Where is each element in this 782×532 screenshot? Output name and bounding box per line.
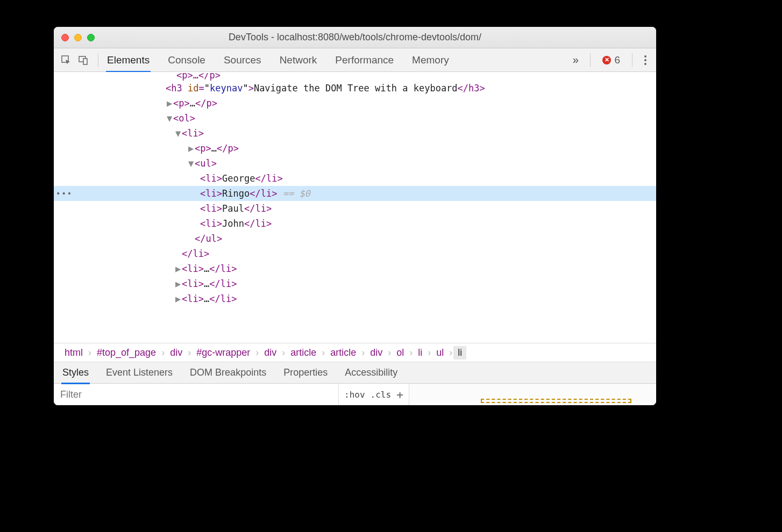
error-icon: ✕ [602,56,611,64]
devtools-window: DevTools - localhost:8080/web/tools/chro… [54,27,656,405]
dom-tree-panel[interactable]: <p>…</p> <h3 id="keynav">Navigate the DO… [54,72,656,343]
crumb-li[interactable]: li [414,346,426,360]
tree-row-li-paul[interactable]: <li>Paul</li> [54,201,656,216]
tree-row-ol[interactable]: ▼<ol> [54,111,656,126]
collapse-arrow-icon[interactable]: ▼ [166,111,173,126]
expand-arrow-icon[interactable]: ▶ [174,261,182,276]
tree-row-li-close[interactable]: </li> [54,246,656,261]
crumb-html[interactable]: html [60,346,87,360]
tab-dom-breakpoints[interactable]: DOM Breakpoints [189,363,267,383]
crumb-top-of-page[interactable]: #top_of_page [93,346,160,360]
traffic-lights [61,34,95,41]
main-tabs: Elements Console Sources Network Perform… [106,49,565,71]
tree-row-li-ringo-selected[interactable]: ••• <li>Ringo</li> == $0 [54,186,656,201]
tree-row-li-collapsed[interactable]: ▶<li>…</li> [54,291,656,306]
collapse-arrow-icon[interactable]: ▼ [187,156,195,171]
main-toolbar: Elements Console Sources Network Perform… [54,48,656,72]
tree-row-cutoff: <p>…</p> [54,73,656,81]
box-model-margin-icon [481,399,631,403]
toolbar-separator [632,53,632,67]
row-actions-icon[interactable]: ••• [56,186,73,201]
tab-event-listeners[interactable]: Event Listeners [105,363,174,383]
tab-styles[interactable]: Styles [61,363,90,383]
tree-row-li-collapsed[interactable]: ▶<li>…</li> [54,261,656,276]
inspect-element-icon[interactable] [59,53,73,67]
tab-elements[interactable]: Elements [106,49,151,71]
error-count: 6 [614,54,620,66]
toolbar-separator [98,53,98,67]
expand-arrow-icon[interactable]: ▶ [166,96,173,111]
styles-tabs: Styles Event Listeners DOM Breakpoints P… [54,362,656,384]
expand-arrow-icon[interactable]: ▶ [187,141,195,156]
crumb-li-selected[interactable]: li [453,346,466,360]
more-tabs-icon[interactable]: » [568,54,582,66]
close-icon[interactable] [61,34,69,41]
tree-row-ul-close[interactable]: </ul> [54,231,656,246]
minimize-icon[interactable] [74,34,82,41]
breadcrumb-bar: html› #top_of_page› div› #gc-wrapper› di… [54,343,656,362]
new-style-rule-icon[interactable]: + [396,388,403,401]
styles-filter-input[interactable] [54,384,339,405]
crumb-div[interactable]: div [166,346,187,360]
filter-buttons: :hov .cls + [339,384,409,405]
box-model-area [409,384,656,405]
expand-arrow-icon[interactable]: ▶ [174,276,182,291]
tree-row-li-george[interactable]: <li>George</li> [54,171,656,186]
collapse-arrow-icon[interactable]: ▼ [174,126,182,141]
titlebar: DevTools - localhost:8080/web/tools/chro… [54,27,656,48]
tab-sources[interactable]: Sources [223,49,262,71]
tree-row-h3[interactable]: <h3 id="keynav">Navigate the DOM Tree wi… [54,81,656,96]
crumb-ul[interactable]: ul [432,346,448,360]
tree-row-p-collapsed[interactable]: ▶<p>…</p> [54,141,656,156]
crumb-div[interactable]: div [366,346,387,360]
settings-menu-icon[interactable] [640,55,651,65]
window-title: DevTools - localhost:8080/web/tools/chro… [54,32,656,43]
crumb-article[interactable]: article [326,346,360,360]
maximize-icon[interactable] [87,34,95,41]
tree-row-li-collapsed[interactable]: ▶<li>…</li> [54,276,656,291]
cls-toggle[interactable]: .cls [371,390,392,400]
crumb-article[interactable]: article [286,346,321,360]
tree-row-p-collapsed[interactable]: ▶<p>…</p> [54,96,656,111]
toolbar-separator [590,53,591,67]
crumb-ol[interactable]: ol [392,346,408,360]
crumb-div[interactable]: div [260,346,281,360]
selection-hint: == $0 [283,188,310,199]
tab-console[interactable]: Console [167,49,207,71]
error-counter[interactable]: ✕ 6 [602,54,620,66]
device-toolbar-icon[interactable] [76,53,90,67]
tab-properties[interactable]: Properties [282,363,329,383]
svg-rect-2 [83,59,87,64]
crumb-gc-wrapper[interactable]: #gc-wrapper [192,346,254,360]
tree-row-li-expanded[interactable]: ▼<li> [54,126,656,141]
tab-network[interactable]: Network [279,49,318,71]
hov-toggle[interactable]: :hov [344,390,365,400]
tab-accessibility[interactable]: Accessibility [344,363,399,383]
expand-arrow-icon[interactable]: ▶ [174,291,182,306]
styles-filter-row: :hov .cls + [54,384,656,405]
tab-memory[interactable]: Memory [411,49,450,71]
tab-performance[interactable]: Performance [334,49,395,71]
tree-row-li-john[interactable]: <li>John</li> [54,216,656,231]
tree-row-ul[interactable]: ▼<ul> [54,156,656,171]
